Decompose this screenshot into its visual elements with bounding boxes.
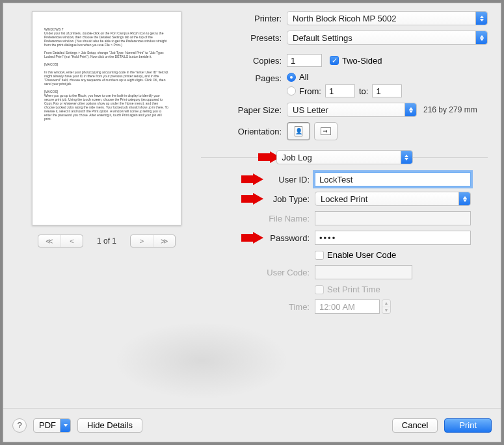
hide-details-button[interactable]: Hide Details xyxy=(77,418,142,433)
time-label: Time: xyxy=(201,302,315,312)
pager-last-button[interactable]: ≫ xyxy=(153,235,175,247)
time-input xyxy=(315,299,380,314)
preview-thumbnail-text: WINDOWS 7Under your list of printers, do… xyxy=(44,27,169,121)
pages-from-input[interactable] xyxy=(325,84,355,97)
time-stepper: ▲ ▼ xyxy=(382,299,391,314)
jobtype-label: Job Type: xyxy=(201,194,315,204)
usercode-label: User Code: xyxy=(201,268,315,277)
pdf-menu-button[interactable]: PDF xyxy=(33,418,71,433)
setprinttime-label: Set Print Time xyxy=(327,285,380,294)
dropdown-arrows-icon xyxy=(405,103,416,116)
printer-select[interactable]: North Block Ricoh MP 5002 xyxy=(287,11,488,25)
cancel-button[interactable]: Cancel xyxy=(392,418,438,433)
dropdown-arrows-icon xyxy=(401,151,412,164)
preview-column: WINDOWS 7Under your list of printers, do… xyxy=(12,11,201,408)
presets-label: Presets: xyxy=(201,33,287,43)
pages-to-label: to: xyxy=(359,86,368,96)
printer-value: North Block Ricoh MP 5002 xyxy=(293,14,396,23)
paper-size-select[interactable]: US Letter xyxy=(287,103,417,117)
pager-next-button[interactable]: > xyxy=(131,235,153,247)
userid-input[interactable] xyxy=(315,172,471,186)
jobtype-select[interactable]: Locked Print xyxy=(315,192,471,206)
presets-value: Default Settings xyxy=(293,33,352,43)
setprinttime-checkbox[interactable] xyxy=(315,285,324,294)
enableusercode-label: Enable User Code xyxy=(327,250,396,260)
dialog-footer: ? PDF Hide Details Cancel Print xyxy=(3,408,501,442)
cancel-label: Cancel xyxy=(402,420,428,430)
paper-size-label: Paper Size: xyxy=(201,105,287,115)
orientation-landscape-button[interactable] xyxy=(314,122,338,140)
section-value: Job Log xyxy=(282,153,312,162)
pages-from-radio[interactable] xyxy=(287,86,296,95)
jobtype-value: Locked Print xyxy=(321,194,367,204)
twosided-checkbox[interactable] xyxy=(330,56,339,65)
password-label: Password: xyxy=(201,233,315,243)
twosided-label: Two-Sided xyxy=(342,56,382,66)
paper-dimensions: 216 by 279 mm xyxy=(423,105,477,114)
help-icon: ? xyxy=(17,420,21,430)
chevron-down-icon xyxy=(60,419,70,432)
dropdown-arrows-icon xyxy=(475,12,487,25)
preview-page-counter: 1 of 1 xyxy=(88,236,125,246)
orientation-label: Orientation: xyxy=(201,127,287,136)
landscape-arrow-icon xyxy=(323,129,329,134)
print-dialog: WINDOWS 7Under your list of printers, do… xyxy=(3,3,501,442)
chevron-up-icon: ▲ xyxy=(382,300,390,307)
pages-to-input[interactable] xyxy=(372,84,402,97)
pages-from-label: From: xyxy=(299,86,321,96)
hide-details-label: Hide Details xyxy=(87,420,133,430)
help-button[interactable]: ? xyxy=(12,418,27,433)
filename-input xyxy=(315,211,471,225)
pages-label: Pages: xyxy=(201,72,287,83)
preview-page: WINDOWS 7Under your list of printers, do… xyxy=(32,11,181,225)
chevron-down-icon: ▼ xyxy=(382,307,390,314)
pager-prev-button[interactable]: < xyxy=(60,235,83,247)
presets-select[interactable]: Default Settings xyxy=(287,31,488,45)
preview-pager: ≪ < 1 of 1 > ≫ xyxy=(38,235,176,248)
orientation-portrait-button[interactable]: 👤 xyxy=(287,122,310,140)
dropdown-arrows-icon xyxy=(475,31,487,44)
password-input[interactable] xyxy=(315,231,471,245)
section-select[interactable]: Job Log xyxy=(276,150,413,164)
usercode-input xyxy=(315,265,412,279)
pages-all-radio[interactable] xyxy=(287,73,296,82)
person-icon: 👤 xyxy=(295,128,302,134)
print-label: Print xyxy=(459,420,477,430)
pages-all-label: All xyxy=(299,72,308,82)
enableusercode-checkbox[interactable] xyxy=(315,251,324,260)
paper-size-value: US Letter xyxy=(293,105,328,115)
userid-label: User ID: xyxy=(201,175,315,184)
pdf-label: PDF xyxy=(39,420,56,430)
pager-first-button[interactable]: ≪ xyxy=(38,235,60,247)
copies-label: Copies: xyxy=(201,56,287,66)
print-button[interactable]: Print xyxy=(444,418,492,433)
printer-label: Printer: xyxy=(201,14,287,23)
copies-input[interactable] xyxy=(287,54,322,67)
filename-label: File Name: xyxy=(201,214,315,223)
dropdown-arrows-icon xyxy=(458,192,470,205)
